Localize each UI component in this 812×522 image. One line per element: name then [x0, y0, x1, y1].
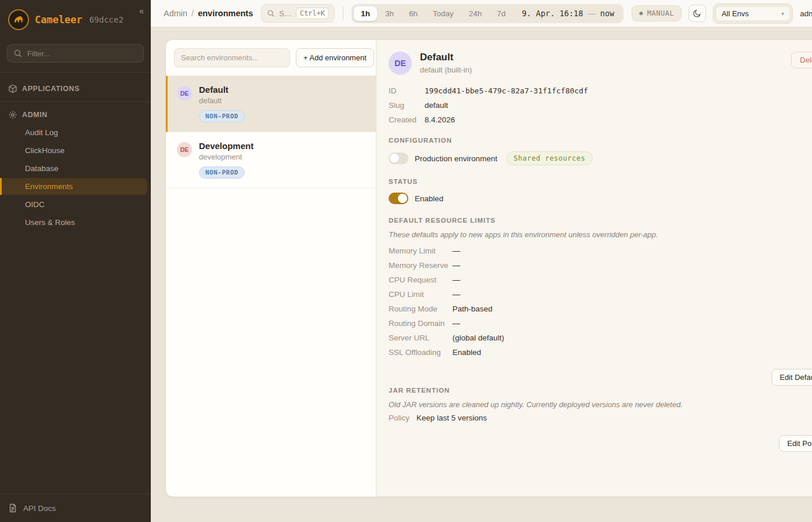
time-range-1h[interactable]: 1h — [354, 6, 377, 21]
resource-row-routing-domain: Routing Domain — — [389, 316, 812, 331]
resource-label: Routing Domain — [389, 319, 452, 328]
toggle-knob — [390, 154, 399, 163]
meta-label: ID — [389, 86, 425, 95]
edit-policy-button[interactable]: Edit Policy — [779, 435, 812, 452]
sidebar-item-audit-log[interactable]: Audit Log — [0, 124, 147, 141]
time-range-control: 1h 3h 6h Today 24h 7d 9. Apr. 16:18 — no… — [351, 4, 624, 23]
sidebar-filter-input[interactable] — [27, 49, 137, 58]
edit-policy-row: Edit Policy — [389, 435, 812, 452]
resource-label: SSL Offloading — [389, 348, 452, 357]
policy-value: Keep last 5 versions — [416, 414, 487, 422]
time-range-today[interactable]: Today — [426, 6, 461, 21]
header-divider — [343, 6, 343, 20]
add-environment-button[interactable]: + Add environment — [296, 48, 374, 67]
production-environment-toggle[interactable] — [389, 153, 408, 164]
resource-value: (global default) — [452, 334, 504, 342]
resource-row-memory-reserve: Memory Reserve — — [389, 258, 812, 273]
refresh-dot-icon: ● — [639, 10, 643, 16]
breadcrumb-admin[interactable]: Admin — [164, 9, 187, 18]
jar-retention-description: Old JAR versions are cleaned up nightly.… — [389, 400, 812, 409]
environment-name: Development — [199, 141, 253, 151]
sidebar-section-applications[interactable]: APPLICATIONS — [0, 81, 151, 97]
sidebar-item-database[interactable]: Database — [0, 160, 147, 177]
environment-avatar: DE — [177, 142, 192, 157]
sidebar-item-environments[interactable]: Environments — [0, 178, 147, 195]
refresh-mode-button[interactable]: ● MANUAL — [632, 5, 682, 21]
time-separator: — — [588, 9, 596, 18]
time-range-24h[interactable]: 24h — [462, 6, 489, 21]
configuration-heading: CONFIGURATION — [389, 137, 812, 144]
time-range-7d[interactable]: 7d — [490, 6, 513, 21]
sidebar: Cameleer 69dcce2 « APPLICATIONS — [0, 0, 151, 522]
collapse-sidebar-icon[interactable]: « — [139, 6, 144, 16]
resource-row-server-url: Server URL (global default) — [389, 331, 812, 345]
sidebar-section-admin[interactable]: ADMIN — [0, 107, 151, 123]
resource-limits-heading: DEFAULT RESOURCE LIMITS — [389, 217, 812, 224]
environments-card: + Add environment DE Default default NON… — [165, 39, 812, 497]
detail-header: DE Default default (built-in) Delete — [389, 52, 812, 75]
environment-search-input[interactable] — [174, 48, 290, 67]
main-column: Admin / environments S… Ctrl+K 1h 3h 6h … — [151, 0, 812, 522]
detail-meta: ID 199cdd41-bbe5-479c-82a7-31f1fcf80cdf … — [389, 86, 812, 124]
resource-row-ssl-offloading: SSL Offloading Enabled — [389, 345, 812, 360]
section-label: APPLICATIONS — [22, 85, 79, 93]
resource-row-cpu-request: CPU Request — — [389, 273, 812, 287]
user-name: admin — [800, 9, 812, 18]
dark-mode-toggle[interactable] — [688, 5, 706, 22]
env-filter-value: All Envs — [722, 9, 749, 18]
sidebar-nav: APPLICATIONS ADMIN Audit Log ClickHouse … — [0, 72, 151, 494]
env-filter-inner: All Envs ▾ — [716, 6, 790, 21]
production-toggle-label: Production environment — [415, 154, 498, 163]
environment-name: Default — [199, 85, 245, 95]
detail-subtitle: default (built-in) — [420, 66, 472, 74]
edit-defaults-button[interactable]: Edit Defaults — [771, 369, 812, 386]
resource-value: Enabled — [452, 348, 481, 357]
resource-value: — — [452, 290, 461, 299]
global-search-button[interactable]: S… Ctrl+K — [261, 4, 335, 23]
search-icon — [13, 49, 23, 58]
meta-row-created: Created 8.4.2026 — [389, 115, 812, 124]
resource-label: Server URL — [389, 334, 452, 342]
enabled-toggle[interactable] — [389, 193, 408, 204]
detail-title: Default — [420, 52, 472, 63]
environment-item-body: Development development NON-PROD — [199, 141, 253, 179]
api-docs-label: API Docs — [23, 504, 56, 513]
delete-environment-button[interactable]: Delete — [791, 52, 812, 68]
sidebar-filter-box[interactable] — [7, 44, 144, 63]
api-docs-link[interactable]: API Docs — [0, 494, 151, 522]
brand-name: Cameleer — [35, 14, 82, 26]
env-filter-select[interactable]: All Envs ▾ — [713, 3, 793, 24]
resource-label: CPU Request — [389, 276, 452, 284]
time-display[interactable]: 9. Apr. 16:18 — now — [514, 9, 622, 18]
resource-value: — — [452, 319, 461, 328]
breadcrumb: Admin / environments — [164, 9, 253, 18]
breadcrumb-separator: / — [191, 9, 194, 18]
sidebar-filter-wrap — [0, 41, 151, 72]
sidebar-item-clickhouse[interactable]: ClickHouse — [0, 142, 147, 159]
time-range-6h[interactable]: 6h — [402, 6, 425, 21]
time-end: now — [600, 9, 614, 18]
sidebar-item-oidc[interactable]: OIDC — [0, 196, 147, 213]
environment-list-panel: + Add environment DE Default default NON… — [166, 40, 376, 496]
environment-list-item-development[interactable]: DE Development development NON-PROD — [166, 132, 376, 188]
non-prod-badge: NON-PROD — [199, 110, 245, 122]
environment-detail-panel: DE Default default (built-in) Delete ID … — [376, 40, 812, 496]
package-icon — [8, 84, 17, 93]
search-shortcut-kbd: Ctrl+K — [296, 8, 329, 19]
time-range-3h[interactable]: 3h — [378, 6, 401, 21]
resource-limit-rows: Memory Limit — Memory Reserve — CPU Requ… — [389, 244, 812, 360]
refresh-mode-label: MANUAL — [647, 9, 674, 17]
status-toggle-row: Enabled — [389, 193, 812, 204]
chevron-down-icon: ▾ — [781, 10, 784, 17]
resource-value: — — [452, 246, 461, 255]
environment-slug: development — [199, 153, 253, 161]
sidebar-header: Cameleer 69dcce2 « — [0, 0, 151, 41]
environment-list-item-default[interactable]: DE Default default NON-PROD — [166, 76, 376, 132]
edit-defaults-row: Edit Defaults — [389, 369, 812, 386]
jar-retention-heading: JAR RETENTION — [389, 387, 812, 394]
sidebar-item-users-roles[interactable]: Users & Roles — [0, 214, 147, 231]
resource-value: — — [452, 276, 461, 284]
camel-logo-icon — [8, 9, 29, 30]
resource-label: Routing Mode — [389, 304, 452, 313]
toggle-knob — [398, 194, 407, 203]
